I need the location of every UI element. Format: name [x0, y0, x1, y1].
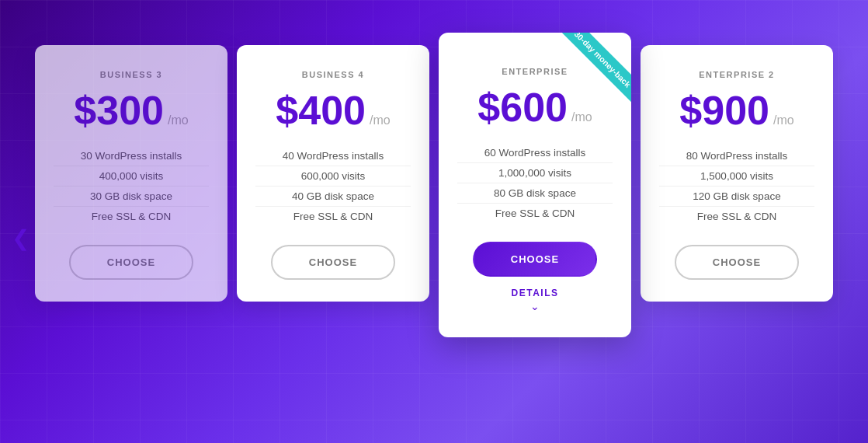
feature-item: 600,000 visits [255, 166, 411, 187]
choose-button-enterprise2[interactable]: CHOOSE [675, 245, 799, 280]
chevron-down-icon: ⌄ [457, 300, 613, 312]
plan-card-business3: BUSINESS 3 $300 /mo 30 WordPress install… [35, 45, 227, 302]
plan-card-enterprise: 30-day money-back ENTERPRISE $600 /mo 60… [439, 33, 631, 337]
plan-price-business4: $400 [276, 90, 366, 131]
feature-item: 120 GB disk space [659, 187, 814, 207]
feature-item: 1,000,000 visits [457, 163, 613, 183]
plan-price-business3: $300 [74, 90, 164, 131]
feature-item: 1,500,000 visits [659, 166, 814, 187]
plan-per-business3: /mo [168, 113, 189, 127]
plan-name-enterprise2: ENTERPRISE 2 [659, 70, 814, 79]
plan-name-business4: BUSINESS 4 [255, 70, 411, 79]
plan-name-business3: BUSINESS 3 [54, 70, 209, 79]
plan-price-row-business4: $400 /mo [255, 90, 411, 131]
feature-item: 30 WordPress installs [54, 146, 209, 166]
plans-container: BUSINESS 3 $300 /mo 30 WordPress install… [0, 45, 868, 337]
feature-item: 30 GB disk space [54, 187, 209, 207]
feature-item: 80 GB disk space [457, 183, 613, 204]
plan-features-enterprise2: 80 WordPress installs1,500,000 visits120… [659, 146, 814, 226]
plan-card-enterprise2: ENTERPRISE 2 $900 /mo 80 WordPress insta… [641, 45, 833, 302]
plan-per-business4: /mo [370, 113, 391, 127]
prev-arrow-button[interactable]: ❮ [6, 224, 34, 252]
feature-item: 40 GB disk space [255, 187, 411, 207]
plan-per-enterprise2: /mo [773, 113, 794, 127]
choose-button-business4[interactable]: CHOOSE [271, 245, 395, 280]
choose-button-enterprise[interactable]: CHOOSE [473, 242, 597, 277]
plan-price-enterprise2: $900 [679, 90, 769, 131]
feature-item: Free SSL & CDN [255, 207, 411, 226]
plan-features-business4: 40 WordPress installs600,000 visits40 GB… [255, 146, 411, 226]
feature-item: Free SSL & CDN [659, 207, 814, 226]
plan-price-row-business3: $300 /mo [54, 90, 209, 131]
feature-item: 60 WordPress installs [457, 143, 613, 163]
plan-features-business3: 30 WordPress installs400,000 visits30 GB… [54, 146, 209, 226]
choose-button-business3[interactable]: CHOOSE [69, 245, 193, 280]
feature-item: Free SSL & CDN [457, 204, 613, 223]
chevron-left-icon: ❮ [12, 225, 30, 251]
feature-item: 400,000 visits [54, 166, 209, 187]
plan-card-business4: BUSINESS 4 $400 /mo 40 WordPress install… [237, 45, 429, 302]
ribbon-text-enterprise: 30-day money-back [560, 33, 631, 102]
feature-item: Free SSL & CDN [54, 207, 209, 226]
feature-item: 80 WordPress installs [659, 146, 814, 166]
plan-features-enterprise: 60 WordPress installs1,000,000 visits80 … [457, 143, 613, 223]
ribbon-enterprise: 30-day money-back [546, 33, 631, 118]
details-link[interactable]: DETAILS [457, 288, 613, 298]
plan-price-row-enterprise2: $900 /mo [659, 90, 814, 131]
feature-item: 40 WordPress installs [255, 146, 411, 166]
